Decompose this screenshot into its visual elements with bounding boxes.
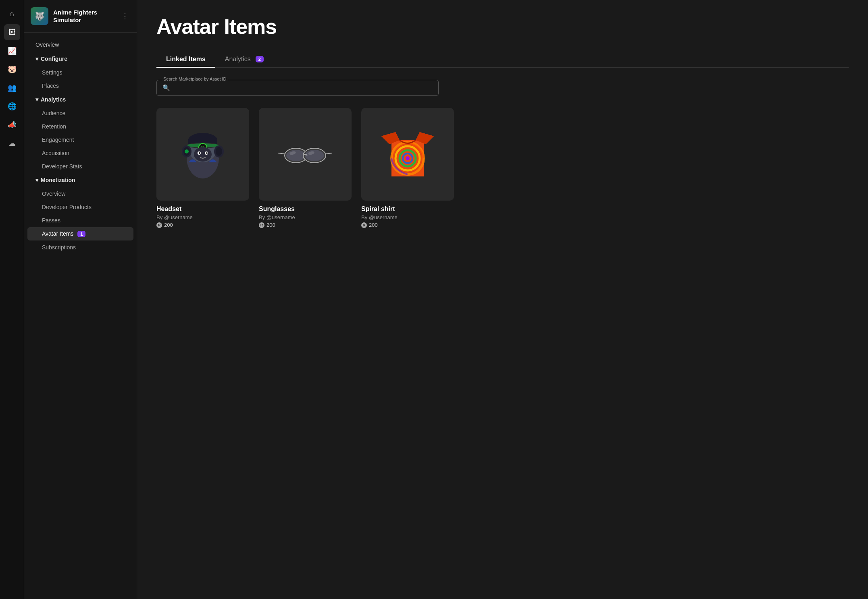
sidebar-menu-button[interactable]: ⋮ [120,10,130,22]
svg-point-8 [185,149,189,153]
game-avatar-icon: 🐺 [31,7,48,25]
sidebar-item-developer-products[interactable]: Developer Products [27,201,133,213]
svg-point-17 [206,152,208,154]
megaphone-icon[interactable]: 📣 [4,117,20,133]
piggy-bank-icon[interactable]: 🐷 [4,61,20,77]
users-icon[interactable]: 👥 [4,80,20,96]
robux-icon-headset: R [156,222,162,228]
search-label: Search Marketplace by Asset ID [162,77,228,81]
robux-icon-spiral-shirt: R [361,222,367,228]
chevron-down-icon-monetization: ▾ [35,177,38,183]
icon-rail: ⌂ 🖼 📈 🐷 👥 🌐 📣 ☁ [0,0,24,599]
item-price-headset: R 200 [156,222,249,228]
search-input[interactable] [174,85,433,91]
sidebar-header: 🐺 Anime Fighters Simulator ⋮ [24,0,137,33]
main-content: Avatar Items Linked Items Analytics 2 Se… [137,0,868,599]
tab-analytics[interactable]: Analytics 2 [215,52,273,68]
svg-point-21 [305,150,324,161]
svg-line-23 [326,153,332,154]
sidebar-item-acquisition[interactable]: Acquisition [27,147,133,160]
sidebar-item-places[interactable]: Places [27,79,133,92]
tab-linked-items[interactable]: Linked Items [156,52,215,68]
items-grid: N Headset By @username R [156,108,849,228]
svg-point-10 [216,147,222,156]
robux-icon-sunglasses: R [259,222,264,228]
avatar-items-badge: 1 [77,231,85,237]
item-name-sunglasses: Sunglasses [259,205,352,213]
sidebar-section-configure[interactable]: ▾ Configure [27,52,133,66]
sidebar-nav: Overview ▾ Configure Settings Places ▾ A… [24,33,137,599]
svg-point-19 [286,150,306,161]
item-author-spiral-shirt: By @username [361,214,454,220]
sidebar-item-retention[interactable]: Retention [27,120,133,133]
item-author-headset: By @username [156,214,249,220]
sidebar-item-developer-stats[interactable]: Developer Stats [27,160,133,173]
svg-point-30 [406,156,410,160]
item-author-sunglasses: By @username [259,214,352,220]
item-name-headset: Headset [156,205,249,213]
svg-point-13 [194,147,212,162]
item-price-sunglasses: R 200 [259,222,352,228]
item-name-spiral-shirt: Spiral shirt [361,205,454,213]
item-image-spiral-shirt [361,108,454,201]
analytics-icon[interactable]: 📈 [4,43,20,59]
sidebar-item-avatar-items[interactable]: Avatar Items 1 [27,227,133,240]
item-image-headset: N [156,108,249,201]
translate-icon[interactable]: 🌐 [4,98,20,114]
game-title: Anime Fighters Simulator [53,8,115,24]
cloud-icon[interactable]: ☁ [4,135,20,151]
sidebar-item-settings[interactable]: Settings [27,66,133,79]
item-image-sunglasses [259,108,352,201]
sidebar-section-monetization[interactable]: ▾ Monetization [27,173,133,187]
sidebar-section-analytics[interactable]: ▾ Analytics [27,93,133,106]
analytics-tab-badge: 2 [256,56,264,62]
chevron-down-icon-analytics: ▾ [35,96,38,103]
sidebar-item-subscriptions[interactable]: Subscriptions [27,241,133,254]
tabs-bar: Linked Items Analytics 2 [156,52,849,68]
svg-line-22 [278,153,285,154]
item-card-sunglasses[interactable]: Sunglasses By @username R 200 [259,108,352,228]
sidebar-item-overview[interactable]: Overview [27,38,133,52]
home-icon[interactable]: ⌂ [4,6,20,22]
sidebar-item-monetization-overview[interactable]: Overview [27,187,133,200]
item-card-spiral-shirt[interactable]: Spiral shirt By @username R 200 [361,108,454,228]
sidebar-item-engagement[interactable]: Engagement [27,133,133,146]
page-title: Avatar Items [156,15,849,39]
image-icon[interactable]: 🖼 [4,24,20,40]
sidebar-item-audience[interactable]: Audience [27,107,133,120]
item-card-headset[interactable]: N Headset By @username R [156,108,249,228]
item-price-spiral-shirt: R 200 [361,222,454,228]
chevron-down-icon: ▾ [35,56,38,62]
sidebar-item-passes[interactable]: Passes [27,214,133,227]
search-container: Search Marketplace by Asset ID 🔍 [156,80,439,96]
sidebar: 🐺 Anime Fighters Simulator ⋮ Overview ▾ … [24,0,137,599]
svg-point-16 [199,152,200,154]
search-icon: 🔍 [162,84,170,91]
